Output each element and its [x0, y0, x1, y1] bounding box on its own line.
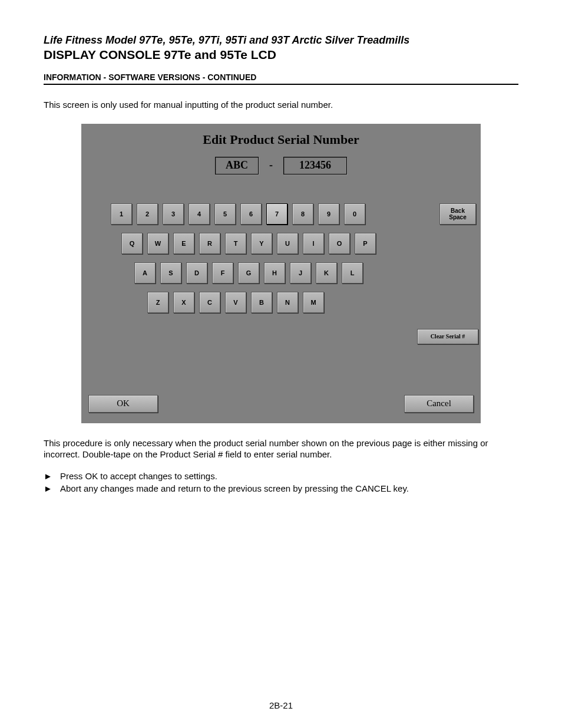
key-g[interactable]: G — [238, 262, 259, 284]
key-h[interactable]: H — [264, 262, 285, 284]
key-c[interactable]: C — [199, 292, 220, 313]
key-2[interactable]: 2 — [137, 203, 158, 225]
key-o[interactable]: O — [329, 233, 350, 254]
section-header: INFORMATION - SOFTWARE VERSIONS - CONTIN… — [44, 73, 518, 85]
key-3[interactable]: 3 — [163, 203, 184, 225]
key-z[interactable]: Z — [147, 292, 168, 313]
intro-text: This screen is only used for manual inpu… — [44, 99, 518, 111]
key-y[interactable]: Y — [251, 233, 272, 254]
key-l[interactable]: L — [342, 262, 363, 284]
key-8[interactable]: 8 — [292, 203, 313, 225]
bullet-arrow-icon: ► — [44, 470, 60, 482]
key-q[interactable]: Q — [121, 233, 143, 254]
screen-title: Edit Product Serial Number — [81, 124, 481, 147]
key-p[interactable]: P — [355, 233, 376, 254]
serial-number-field[interactable]: 123456 — [283, 157, 347, 174]
bullet-arrow-icon: ► — [44, 482, 60, 495]
after-screen-paragraph: This procedure is only necessary when th… — [44, 437, 518, 460]
serial-prefix-field[interactable]: ABC — [215, 157, 259, 174]
key-a[interactable]: A — [134, 262, 156, 284]
backspace-button[interactable]: Back Space — [439, 203, 476, 225]
key-f[interactable]: F — [212, 262, 233, 284]
key-d[interactable]: D — [186, 262, 207, 284]
key-s[interactable]: S — [160, 262, 181, 284]
serial-fields: ABC - 123456 — [81, 157, 481, 174]
key-t[interactable]: T — [225, 233, 246, 254]
key-b[interactable]: B — [251, 292, 272, 313]
key-e[interactable]: E — [173, 233, 194, 254]
serial-separator: - — [269, 159, 273, 172]
doc-title-line2: DISPLAY CONSOLE 97Te and 95Te LCD — [44, 48, 518, 62]
key-4[interactable]: 4 — [189, 203, 210, 225]
key-5[interactable]: 5 — [214, 203, 236, 225]
key-m[interactable]: M — [303, 292, 324, 313]
key-j[interactable]: J — [290, 262, 311, 284]
bullet-list: ► Press OK to accept changes to settings… — [44, 470, 518, 495]
key-i[interactable]: I — [303, 233, 324, 254]
ok-button[interactable]: OK — [88, 395, 158, 413]
lcd-screenshot: Edit Product Serial Number ABC - 123456 … — [81, 124, 481, 423]
key-9[interactable]: 9 — [318, 203, 339, 225]
cancel-button[interactable]: Cancel — [404, 395, 474, 413]
bullet-1: Press OK to accept changes to settings. — [60, 470, 217, 482]
key-x[interactable]: X — [173, 292, 194, 313]
key-k[interactable]: K — [316, 262, 337, 284]
bullet-2: Abort any changes made and return to the… — [60, 482, 409, 495]
key-r[interactable]: R — [199, 233, 220, 254]
key-7[interactable]: 7 — [266, 203, 287, 225]
page-number: 2B-21 — [0, 700, 562, 710]
on-screen-keyboard: 1 2 3 4 5 6 7 8 9 0 Q W E R T Y U I O — [111, 203, 405, 321]
key-0[interactable]: 0 — [344, 203, 365, 225]
clear-serial-button[interactable]: Clear Serial # — [417, 329, 478, 344]
key-u[interactable]: U — [277, 233, 298, 254]
key-1[interactable]: 1 — [111, 203, 132, 225]
key-v[interactable]: V — [225, 292, 246, 313]
key-w[interactable]: W — [147, 233, 168, 254]
doc-title-line1: Life Fitness Model 97Te, 95Te, 97Ti, 95T… — [44, 34, 518, 47]
key-6[interactable]: 6 — [240, 203, 262, 225]
key-n[interactable]: N — [277, 292, 298, 313]
